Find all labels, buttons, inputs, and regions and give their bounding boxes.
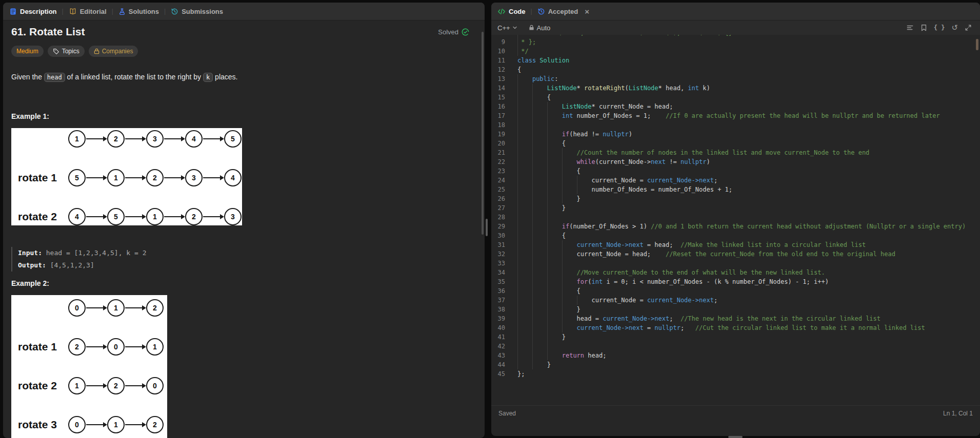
code-token: { <box>517 66 521 73</box>
tab-code[interactable]: Code <box>497 8 526 15</box>
diagram-row: 12345 <box>11 130 242 148</box>
problem-panel: Description|Editorial|Solutions|Submissi… <box>3 3 485 438</box>
line-number: 36 <box>491 286 505 296</box>
list-node: 3 <box>146 130 164 148</box>
line-number: 39 <box>491 314 505 323</box>
code-token: * head, <box>658 85 688 92</box>
auto-toggle[interactable]: Auto <box>529 24 551 32</box>
indent-guide <box>547 286 548 296</box>
code-line: 15 { <box>491 93 980 102</box>
indent-guide <box>517 176 518 185</box>
line-content: ListNode* current_Node = head; <box>517 102 673 111</box>
indent-guide <box>547 185 548 194</box>
indent-guide <box>517 111 518 120</box>
indent-guide <box>517 120 518 130</box>
indent-guide <box>532 176 533 185</box>
line-content: { <box>517 139 566 148</box>
code-token: current_Node->next <box>647 297 714 304</box>
indent-guide <box>517 360 518 369</box>
code-line: 28 <box>491 213 980 222</box>
tab-description[interactable]: Description <box>9 8 57 15</box>
editor-scrollbar[interactable] <box>976 39 978 50</box>
statement-text: places. <box>213 73 237 81</box>
language-selector[interactable]: C++ <box>497 24 517 32</box>
line-number: 27 <box>491 203 505 213</box>
arrow-icon <box>125 422 146 427</box>
format-lines-icon[interactable] <box>906 24 914 31</box>
indent-guide <box>547 120 548 130</box>
braces-icon[interactable]: { } <box>934 24 945 31</box>
code-token: (current_Node-> <box>595 158 651 165</box>
code-token: head = <box>517 315 603 322</box>
code-token: i = 0; i < number_Of_Nodes - (k % number… <box>603 278 829 285</box>
line-number: 33 <box>491 259 505 268</box>
panel-resize-handle[interactable] <box>486 219 488 236</box>
code-editor[interactable]: * ListNode(int x, ListNode *next) : val(… <box>491 35 980 405</box>
indent-guide <box>532 360 533 369</box>
left-panel-scrollbar[interactable] <box>482 32 484 235</box>
companies-button[interactable]: Companies <box>89 46 138 57</box>
indent-guide <box>562 148 563 157</box>
code-line: 23 { <box>491 166 980 176</box>
code-token: current_Node = <box>517 177 647 184</box>
list-node: 4 <box>68 208 86 225</box>
line-number: 13 <box>491 74 505 84</box>
tab-solutions[interactable]: Solutions <box>118 8 159 15</box>
code-token: rotateRight <box>584 85 625 92</box>
line-number: 22 <box>491 157 505 166</box>
arrow-icon <box>86 344 107 349</box>
line-number: 20 <box>491 139 505 148</box>
indent-guide <box>562 286 563 296</box>
indent-guide <box>547 213 548 222</box>
example1-io: Input: head = [1,2,3,4,5], k = 2 Output:… <box>11 247 476 272</box>
tab-editorial[interactable]: Editorial <box>69 8 107 15</box>
indent-guide <box>532 249 533 259</box>
input-value: head = [1,2,3,4,5], k = 2 <box>46 249 147 257</box>
line-content: return head; <box>517 351 606 360</box>
tab-accepted[interactable]: Accepted× <box>537 8 589 15</box>
diagram-row: rotate 1201 <box>11 338 167 356</box>
problem-statement: Given the head of a linked list, rotate … <box>11 71 476 83</box>
expand-icon[interactable] <box>965 24 972 31</box>
bookmark-icon[interactable] <box>921 24 927 31</box>
console-resize-handle[interactable] <box>728 436 743 438</box>
code-token: //Reset the current_Node from the old en… <box>666 251 895 258</box>
code-token: //If 0 are actually present the head wil… <box>666 112 940 119</box>
code-token: * }; <box>517 38 536 46</box>
code-line: 29 if(number_Of_Nodes > 1) //0 and 1 bot… <box>491 222 980 231</box>
diagram-row: rotate 3012 <box>11 416 167 433</box>
code-line: 24 current_Node = current_Node->next; <box>491 176 980 185</box>
code-line: 19 if(head != nullptr) <box>491 130 980 139</box>
line-content: //Count the number of nodes in the linke… <box>517 148 869 157</box>
code-token: current_Node->next <box>603 315 669 322</box>
difficulty-badge[interactable]: Medium <box>11 46 44 57</box>
code-token: : <box>554 75 558 82</box>
line-content: { <box>517 166 581 176</box>
topics-button[interactable]: Topics <box>48 46 85 57</box>
tab-submissions[interactable]: Submissions <box>171 8 223 15</box>
code-line: 27 } <box>491 203 980 213</box>
close-icon[interactable]: × <box>585 8 589 15</box>
indent-guide <box>532 296 533 305</box>
list-node: 2 <box>68 338 86 356</box>
indent-guide <box>532 240 533 249</box>
indent-guide <box>547 342 548 351</box>
indent-guide <box>517 148 518 157</box>
tab-label: Description <box>20 8 57 15</box>
indent-guide <box>562 296 563 305</box>
indent-guide <box>517 259 518 268</box>
line-content: number_Of_Nodes = number_Of_Nodes + 1; <box>517 185 732 194</box>
undo-icon[interactable]: ↺ <box>951 24 958 32</box>
tab-divider: | <box>164 8 166 15</box>
code-line: 11class Solution <box>491 56 980 65</box>
line-number: 23 <box>491 166 505 176</box>
list-node: 1 <box>107 169 125 186</box>
line-content: { <box>517 231 566 240</box>
indent-guide <box>547 323 548 332</box>
code-token: = <box>644 324 655 331</box>
indent-guide <box>517 213 518 222</box>
arrow-icon <box>203 214 224 219</box>
indent-guide <box>562 323 563 332</box>
indent-guide <box>547 268 548 277</box>
inline-code-head: head <box>44 73 65 82</box>
